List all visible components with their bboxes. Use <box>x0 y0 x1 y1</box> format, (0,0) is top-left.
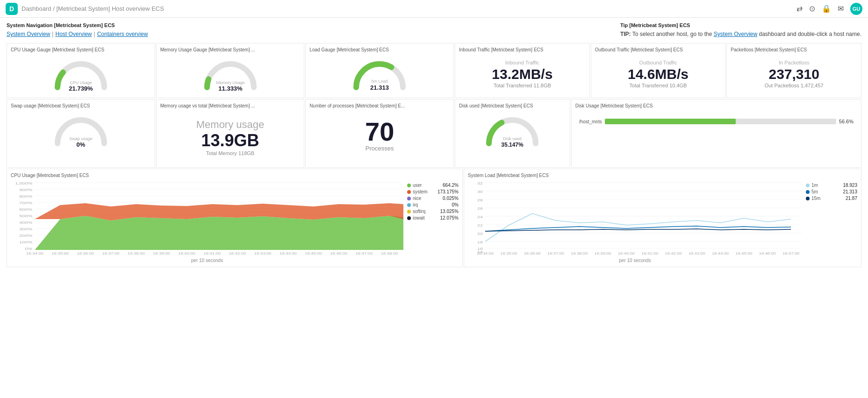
share-icon[interactable]: ⇄ <box>796 4 803 13</box>
svg-text:16:38:00: 16:38:00 <box>571 252 588 256</box>
svg-text:16:37:00: 16:37:00 <box>547 252 565 256</box>
mem-total-stat: Memory usage 13.9GB Total Memory 118GB <box>160 111 301 163</box>
legend-5m-name: 5m <box>811 189 841 194</box>
outbound-meta: Total Transferred 10.4GB <box>598 83 719 88</box>
breadcrumb-dashboard[interactable]: Dashboard <box>22 5 51 12</box>
swap-gauge-panel: Swap usage [Metricbeat System] ECS Swap … <box>7 99 155 168</box>
svg-text:24: 24 <box>477 215 483 219</box>
packetloss-panel: Packetloss [Metricbeat System] ECS In Pa… <box>726 43 861 98</box>
sysload-chart-xlabel: per 10 seconds <box>468 258 802 263</box>
load-gauge-title: Load Gauge [Metricbeat System] ECS <box>309 47 450 52</box>
mem-total-lbl: Memory usage <box>164 119 297 131</box>
mem-gauge-title: Memory Usage Gauge [Metricbeat System] .… <box>160 47 301 52</box>
svg-text:21.313: 21.313 <box>370 84 389 91</box>
cpu-gauge-svg: CPU Usage 21.739% <box>50 57 111 92</box>
legend-softirq-name: softirq <box>413 209 438 214</box>
svg-text:16:44:00: 16:44:00 <box>712 252 729 256</box>
legend-softirq-dot <box>407 210 411 213</box>
packetloss-sub: In Packetloss <box>733 60 854 65</box>
svg-text:700%: 700% <box>19 200 32 205</box>
nav-link-host-overview[interactable]: Host Overview <box>55 31 92 37</box>
svg-text:16:37:00: 16:37:00 <box>102 251 120 255</box>
disk-used-container: Disk used 35.147% <box>459 111 566 150</box>
svg-text:100%: 100% <box>19 240 32 244</box>
svg-text:28: 28 <box>477 198 483 202</box>
mem-gauge-svg: Memory Usage 11.333% <box>200 57 261 92</box>
svg-text:16:40:00: 16:40:00 <box>178 251 195 255</box>
legend-nice-dot <box>407 197 411 200</box>
legend-user-name: user <box>413 183 441 188</box>
cpu-chart-svg-wrap: 1,000% 900% 800% 700% 600% 500% 400% 300… <box>11 181 403 263</box>
breadcrumb-current: [Metricbeat System] Host overview ECS <box>56 5 164 12</box>
legend-iowait-name: iowait <box>413 215 438 220</box>
mem-gauge-container: Memory Usage 11.333% <box>160 55 301 94</box>
tip-link[interactable]: System Overview <box>714 31 757 37</box>
svg-text:5m Load: 5m Load <box>372 79 388 84</box>
swap-gauge-container: Swap usage 0% <box>11 111 151 150</box>
legend-user-val: 664.2% <box>443 183 459 188</box>
cpu-chart-area: 1,000% 900% 800% 700% 600% 500% 400% 300… <box>11 181 459 263</box>
main-content: System Navigation [Metricbeat System] EC… <box>0 18 868 272</box>
disk-bar-inner <box>605 119 736 124</box>
disk-bar-row: /host_mnts 56.6% <box>579 119 854 124</box>
legend-irq-val: 0% <box>452 202 459 207</box>
cpu-chart-title: CPU Usage [Metricbeat System] ECS <box>11 173 459 178</box>
svg-text:22: 22 <box>477 223 483 227</box>
nav-link-system-overview[interactable]: System Overview <box>7 31 50 37</box>
svg-text:21.739%: 21.739% <box>69 85 93 92</box>
legend-1m-val: 18.923 <box>843 183 857 188</box>
tip-prefix-bold: TIP: <box>620 31 631 37</box>
nav-section: System Navigation [Metricbeat System] EC… <box>7 22 861 37</box>
svg-text:11.333%: 11.333% <box>218 85 243 92</box>
svg-text:16:48:00: 16:48:00 <box>381 251 398 255</box>
cpu-chart-svg: 1,000% 900% 800% 700% 600% 500% 400% 300… <box>11 181 403 256</box>
svg-text:16:45:00: 16:45:00 <box>305 251 322 255</box>
processes-stat: 70 Processes <box>309 111 450 159</box>
cpu-chart-xlabel: per 10 seconds <box>11 258 403 263</box>
charts-row: CPU Usage [Metricbeat System] ECS 1,000%… <box>7 169 861 267</box>
outbound-panel: Outbound Traffic [Metricbeat System] ECS… <box>591 43 726 98</box>
inbound-title: Inbound Traffic [Metricbeat System] ECS <box>459 47 586 52</box>
disk-used-title: Disk used [Metricbeat System] ECS <box>459 103 566 108</box>
sysload-chart-svg-wrap: 32 30 28 26 24 22 20 18 16 14 <box>468 181 802 263</box>
legend-iowait: iowait 12.075% <box>407 215 459 220</box>
sysload-chart-panel: System Load [Metricbeat System] ECS 32 3… <box>464 169 861 267</box>
outbound-sub: Outbound Traffic <box>598 60 719 65</box>
svg-text:16:36:00: 16:36:00 <box>77 251 94 255</box>
cpu-chart-panel: CPU Usage [Metricbeat System] ECS 1,000%… <box>7 169 463 267</box>
nav-link-containers-overview[interactable]: Containers overview <box>97 31 148 37</box>
lock-icon[interactable]: 🔒 <box>822 4 831 13</box>
svg-text:30: 30 <box>477 190 483 194</box>
svg-text:500%: 500% <box>19 213 32 218</box>
cpu-gauge-panel: CPU Usage Gauge [Metricbeat System] ECS … <box>7 43 155 98</box>
svg-text:800%: 800% <box>19 194 32 198</box>
packetloss-stat: In Packetloss 237,310 Out Packetloss 1,4… <box>731 55 857 93</box>
legend-softirq-val: 13.025% <box>440 209 459 214</box>
svg-text:16:43:00: 16:43:00 <box>689 252 706 256</box>
svg-text:Swap usage: Swap usage <box>69 136 93 141</box>
load-gauge-panel: Load Gauge [Metricbeat System] ECS 5m Lo… <box>305 43 454 98</box>
mail-icon[interactable]: ✉ <box>838 4 844 13</box>
legend-15m-val: 21.87 <box>846 196 857 201</box>
svg-text:16:34:00: 16:34:00 <box>477 252 494 256</box>
app-icon: D <box>6 3 18 15</box>
inbound-meta: Total Transferred 11.8GB <box>462 83 583 88</box>
swap-gauge-svg: Swap usage 0% <box>50 113 111 148</box>
legend-softirq: softirq 13.025% <box>407 209 459 214</box>
svg-text:0%: 0% <box>76 141 85 148</box>
sysload-chart-svg: 32 30 28 26 24 22 20 18 16 14 <box>468 181 802 256</box>
legend-5m-dot <box>806 190 810 194</box>
svg-text:16:40:00: 16:40:00 <box>618 252 635 256</box>
inspect-icon[interactable]: ⊙ <box>809 4 815 13</box>
svg-text:18: 18 <box>477 240 483 244</box>
cpu-gauge-title: CPU Usage Gauge [Metricbeat System] ECS <box>11 47 151 52</box>
svg-text:300%: 300% <box>19 227 32 231</box>
nav-title: System Navigation [Metricbeat System] EC… <box>7 22 148 28</box>
avatar[interactable]: GU <box>850 3 862 15</box>
legend-nice: nice 0.025% <box>407 196 459 201</box>
svg-text:16:39:00: 16:39:00 <box>595 252 612 256</box>
packetloss-meta: Out Packetloss 1,472,457 <box>733 83 854 88</box>
svg-text:20: 20 <box>477 232 483 236</box>
legend-system-val: 173.175% <box>438 189 459 194</box>
tip-suffix: dashboard and double-click a host name. <box>759 31 861 37</box>
